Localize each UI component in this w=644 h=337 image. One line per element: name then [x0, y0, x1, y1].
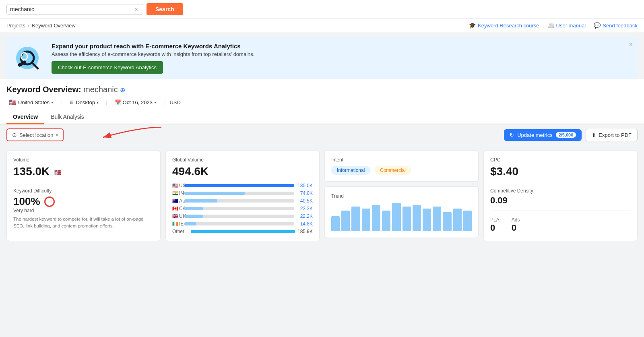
cpc-value: $3.40 — [490, 165, 631, 178]
trend-bars-container — [331, 203, 472, 231]
trend-bar — [382, 211, 390, 231]
send-feedback-link[interactable]: 💬 Send feedback — [594, 22, 638, 29]
breadcrumb-parent[interactable]: Projects — [6, 23, 25, 29]
intent-badges: Informational Commercial — [331, 166, 472, 175]
select-location-dropdown[interactable]: ⊙ Select location ▾ — [6, 128, 64, 141]
trend-bar — [372, 205, 380, 231]
kd-rating: Very hard — [13, 208, 154, 213]
bar-track — [184, 199, 294, 203]
cpc-label: CPC — [490, 157, 631, 163]
filter-separator: | — [60, 99, 62, 105]
trend-bar — [392, 203, 400, 231]
search-input[interactable] — [10, 6, 135, 12]
kd-value: 100% — [13, 195, 154, 208]
trend-bar — [362, 209, 370, 231]
desktop-icon: 🖥 — [69, 99, 74, 105]
tab-bulk-analysis[interactable]: Bulk Analysis — [44, 110, 90, 124]
country-volume: 74.0K — [297, 190, 313, 196]
select-location-chevron-icon: ▾ — [56, 133, 58, 137]
country-code: IE — [179, 221, 184, 227]
ads-item: Ads 0 — [512, 217, 520, 233]
intent-informational-badge: Informational — [331, 166, 370, 175]
trend-bar — [443, 212, 451, 231]
date-chevron-icon: ▾ — [154, 100, 156, 105]
book-icon: 📖 — [547, 22, 554, 29]
filter-bar: 🇺🇸 United States ▾ | 🖥 Desktop ▾ | 📅 Oct… — [6, 97, 638, 107]
country-bar-row: 🇦🇺 AU 40.5K — [172, 198, 313, 204]
page-title-keyword: mechanic — [83, 85, 118, 94]
pla-label: PLA — [490, 217, 500, 223]
trend-bar — [341, 211, 350, 231]
location-label: United States — [18, 99, 50, 105]
trend-card: Trend — [324, 186, 479, 238]
global-volume-value: 494.6K — [172, 165, 313, 178]
cpc-card: CPC $3.40 Competitive Density 0.09 PLA 0… — [483, 150, 638, 241]
country-bars: 🇺🇸 US 135.0K 🇮🇳 IN 74.0K 🇦🇺 AU 40.5K 🇨🇦 … — [172, 183, 313, 227]
update-count-badge: 2/5,000 — [556, 132, 576, 138]
trend-bar — [453, 209, 462, 231]
other-row: Other 185.9K — [172, 229, 313, 234]
export-button[interactable]: ⬆ Export to PDF — [586, 129, 638, 141]
top-links: 🎓 Keyword Research course 📖 User manual … — [469, 22, 638, 29]
select-location-label: Select location — [19, 132, 54, 138]
cpc-divider-2 — [490, 211, 631, 211]
export-label: Export to PDF — [599, 132, 632, 138]
banner-cta-button[interactable]: Check out E-commerce Keyword Analytics — [52, 61, 163, 74]
date-label: Oct 16, 2023 — [123, 99, 153, 105]
bar-track — [184, 215, 294, 218]
country-bar-row: 🇮🇳 IN 74.0K — [172, 190, 313, 196]
volume-card: Volume 135.0K 🇺🇸 Keyword Difficulty 100%… — [6, 150, 161, 241]
banner-title: Expand your product reach with E-commerc… — [52, 43, 631, 50]
tab-overview[interactable]: Overview — [6, 110, 44, 124]
volume-label: Volume — [13, 157, 154, 163]
banner-close-button[interactable]: × — [629, 41, 633, 48]
clear-icon[interactable]: × — [135, 6, 138, 12]
comp-density-value: 0.09 — [490, 195, 631, 206]
tabs-bar: Overview Bulk Analysis — [0, 110, 644, 124]
breadcrumb: Projects › Keyword Overview — [6, 23, 76, 29]
intent-commercial-badge: Commercial — [374, 166, 411, 175]
breadcrumb-separator: › — [28, 23, 29, 29]
global-volume-label: Global Volume — [172, 157, 313, 163]
volume-flag-icon: 🇺🇸 — [54, 169, 61, 176]
currency-label: USD — [169, 99, 180, 105]
comp-density-label: Competitive Density — [490, 188, 631, 194]
update-metrics-button[interactable]: ↻ Update metrics 2/5,000 — [504, 129, 582, 141]
bar-fill — [184, 184, 294, 187]
country-flag-icon: 🇬🇧 — [172, 213, 178, 219]
page-title: Keyword Overview: mechanic ⊕ — [6, 85, 638, 94]
user-manual-link[interactable]: 📖 User manual — [547, 22, 586, 29]
country-volume: 40.5K — [297, 198, 313, 204]
bar-fill — [184, 215, 203, 218]
search-button[interactable]: Search — [147, 3, 183, 15]
add-keyword-button[interactable]: ⊕ — [120, 86, 125, 94]
promo-banner: Expand your product reach with E-commerc… — [6, 37, 638, 79]
keyword-course-link[interactable]: 🎓 Keyword Research course — [469, 22, 539, 29]
country-flag-icon: 🇮🇳 — [172, 190, 178, 196]
ads-label: Ads — [512, 217, 520, 223]
graduation-icon: 🎓 — [469, 22, 476, 29]
bar-track — [184, 192, 294, 195]
update-metrics-label: Update metrics — [517, 132, 552, 138]
toolbar: ⊙ Select location ▾ ↻ Update metrics 2/5… — [0, 124, 644, 145]
country-volume: 22.2K — [297, 206, 313, 211]
device-chevron-icon: ▾ — [97, 100, 99, 105]
device-filter[interactable]: 🖥 Desktop ▾ — [66, 98, 101, 107]
trend-label: Trend — [331, 193, 472, 199]
trend-bar — [423, 209, 431, 231]
pla-ads-row: PLA 0 Ads 0 — [490, 217, 631, 233]
other-label: Other — [172, 229, 188, 234]
refresh-icon: ↻ — [510, 132, 514, 138]
pla-value: 0 — [490, 223, 500, 233]
country-bar-row: 🇺🇸 US 135.0K — [172, 183, 313, 188]
breadcrumb-current: Keyword Overview — [32, 23, 75, 29]
keyword-course-label: Keyword Research course — [478, 23, 539, 29]
bar-fill — [184, 192, 245, 195]
kd-label: Keyword Difficulty — [13, 188, 154, 194]
location-filter[interactable]: 🇺🇸 United States ▾ — [6, 97, 56, 107]
comment-icon: 💬 — [594, 22, 601, 29]
trend-bar — [463, 211, 472, 231]
date-filter[interactable]: 📅 Oct 16, 2023 ▾ — [112, 98, 159, 107]
user-manual-label: User manual — [556, 23, 586, 29]
page-header: Keyword Overview: mechanic ⊕ 🇺🇸 United S… — [0, 79, 644, 110]
